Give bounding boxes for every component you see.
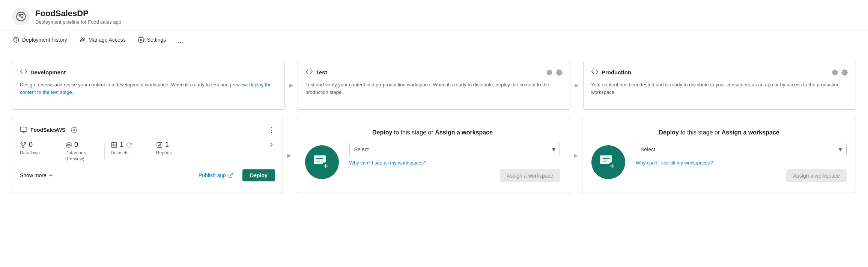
deployment-history-button[interactable]: Deployment history — [12, 34, 68, 46]
metric-datasets: 1 Datasets — [111, 141, 141, 156]
stage-header-development: Development — [20, 68, 277, 77]
reports-label: Reports — [156, 150, 172, 156]
dataflows-value: 0 — [29, 141, 33, 149]
metric-divider-3 — [150, 143, 150, 160]
datamarts-label: Datamarts (Preview) — [65, 150, 86, 162]
metrics-next-icon — [268, 141, 275, 148]
workspace-icon — [20, 126, 27, 134]
svg-rect-32 — [316, 161, 320, 162]
production-assign-title: Deploy to this stage or Assign a workspa… — [659, 129, 779, 136]
stage-desc-production: Your content has been tested and is read… — [591, 81, 848, 96]
test-stage-icon — [305, 68, 313, 77]
datamarts-icon — [65, 142, 72, 148]
settings-button[interactable]: Settings — [137, 34, 167, 46]
publish-app-label: Publish app — [199, 172, 226, 178]
publish-app-button[interactable]: Publish app — [199, 172, 233, 178]
production-stage-icon — [591, 68, 599, 77]
workspace-config-icon — [71, 127, 77, 133]
deployment-history-label: Deployment history — [22, 37, 67, 43]
test-assign-illustration — [305, 145, 339, 179]
arrow-test-prod-assign: ► — [569, 118, 582, 193]
svg-line-16 — [22, 144, 24, 146]
workspace-actions: Show more Publish app Deploy — [20, 169, 275, 181]
toolbar: Deployment history Manage Access Setting… — [0, 30, 868, 50]
svg-rect-40 — [603, 161, 606, 162]
svg-point-4 — [140, 39, 142, 41]
stage-header-production: Production — [591, 68, 848, 77]
content-row: FoodSalesWS ⋮ 0 Dat — [12, 118, 856, 193]
test-assign-card: Deploy to this stage or Assign a workspa… — [296, 118, 570, 193]
production-assign-workspace-button: Assign a workspace — [786, 169, 847, 182]
pipeline: Development Design, review, and revise y… — [0, 50, 868, 202]
metric-dataflows: 0 Dataflows — [20, 141, 50, 156]
workspace-header: FoodSalesWS ⋮ — [20, 126, 275, 134]
datasets-icon — [111, 142, 117, 148]
metric-datamarts: 0 Datamarts (Preview) — [65, 141, 95, 162]
manage-access-button[interactable]: Manage Access — [78, 34, 126, 46]
test-assign-inner: Select ▼ Why can't I see all my workspac… — [305, 143, 560, 182]
history-icon — [13, 36, 20, 43]
app-info: FoodSalesDP Deployment pipeline for Food… — [35, 9, 121, 25]
production-assign-illustration — [591, 145, 625, 179]
production-why-link[interactable]: Why can't I see all my workspaces? — [636, 160, 847, 166]
arrow-test-prod: ► — [570, 61, 583, 110]
metrics-nav[interactable] — [268, 141, 275, 148]
svg-rect-38 — [603, 158, 610, 159]
datasets-value: 1 — [120, 141, 123, 149]
header: FoodSalesDP Deployment pipeline for Food… — [0, 0, 868, 30]
stage-title-production: Production — [602, 69, 631, 75]
production-select[interactable]: Select — [636, 143, 847, 156]
stages-row: Development Design, review, and revise y… — [12, 61, 856, 110]
svg-point-3 — [83, 38, 85, 40]
production-assign-form: Select ▼ Why can't I see all my workspac… — [636, 143, 847, 182]
stage-title-test: Test — [316, 69, 327, 75]
production-assign-card: Deploy to this stage or Assign a workspa… — [582, 118, 856, 193]
svg-point-2 — [81, 38, 83, 40]
arrow-dev-test: ► — [285, 61, 298, 110]
svg-line-27 — [230, 173, 233, 176]
workspace-more-button[interactable]: ⋮ — [268, 126, 275, 134]
app-icon — [12, 8, 30, 26]
stage-desc-test: Test and verify your content in a prepro… — [305, 81, 563, 96]
settings-icon — [138, 36, 144, 43]
workspace-card: FoodSalesWS ⋮ 0 Dat — [12, 118, 283, 193]
prod-history-icon — [832, 69, 838, 76]
arrow-ws-test-assign: ► — [283, 118, 296, 193]
stage-prod-icons — [832, 69, 848, 76]
svg-point-14 — [24, 142, 26, 144]
production-assign-svg — [598, 152, 618, 172]
test-assign-workspace-button: Assign a workspace — [500, 169, 560, 182]
datamarts-value: 0 — [74, 141, 78, 149]
dataflows-label: Dataflows — [20, 150, 40, 156]
app-title: FoodSalesDP — [35, 9, 121, 18]
svg-rect-31 — [316, 160, 321, 160]
workspace-name: FoodSalesWS — [30, 127, 65, 133]
deploy-button[interactable]: Deploy — [242, 169, 275, 181]
test-why-link[interactable]: Why can't I see all my workspaces? — [349, 160, 560, 166]
test-assign-form: Select ▼ Why can't I see all my workspac… — [349, 143, 560, 182]
svg-point-12 — [73, 129, 75, 131]
svg-rect-39 — [603, 160, 608, 160]
test-select-wrapper[interactable]: Select ▼ — [349, 143, 560, 156]
stage-test-icons — [546, 69, 563, 76]
stage-card-development: Development Design, review, and revise y… — [12, 61, 285, 110]
test-select[interactable]: Select — [349, 143, 560, 156]
production-select-wrapper[interactable]: Select ▼ — [636, 143, 847, 156]
test-history-icon — [546, 69, 553, 76]
metric-divider-2 — [104, 143, 105, 160]
metrics-row: 0 Dataflows 0 Datamarts (Pr — [20, 141, 275, 162]
svg-point-15 — [23, 146, 24, 148]
more-button[interactable]: ... — [177, 36, 184, 44]
app-subtitle: Deployment pipeline for Food sales app — [35, 19, 121, 25]
show-more-button[interactable]: Show more — [20, 172, 53, 178]
test-assign-title: Deploy to this stage or Assign a workspa… — [372, 129, 493, 136]
svg-rect-9 — [21, 127, 27, 132]
datasets-label: Datasets — [111, 150, 128, 156]
people-icon — [79, 36, 86, 43]
stage-header-test: Test — [305, 68, 563, 77]
test-settings-icon — [556, 69, 563, 76]
stage-desc-development: Design, review, and revise your content … — [20, 81, 277, 96]
development-stage-icon — [20, 68, 27, 77]
datasets-refresh-icon — [126, 142, 132, 148]
production-assign-inner: Select ▼ Why can't I see all my workspac… — [591, 143, 847, 182]
